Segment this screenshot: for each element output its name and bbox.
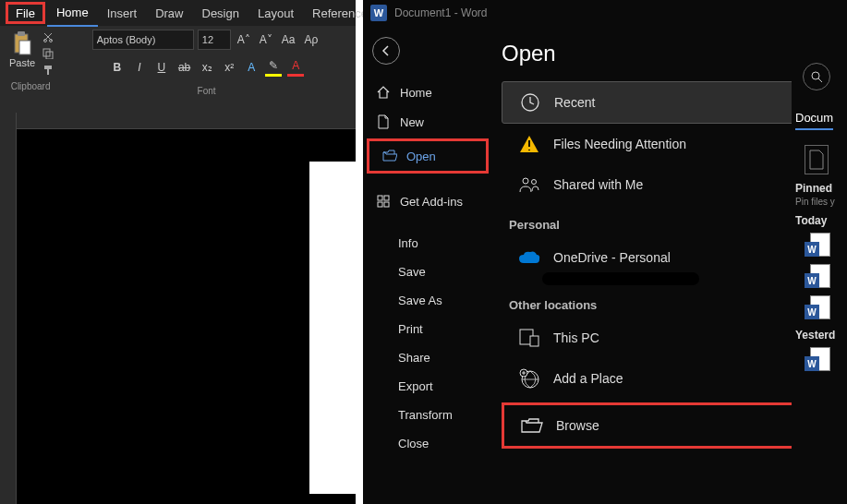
warning-icon [518,133,540,155]
pinned-header: Pinned [795,182,847,195]
nav-new[interactable]: New [363,107,492,137]
page-edge [309,162,356,494]
pinned-subtext: Pin files y [795,197,847,207]
recent-file-1[interactable]: W [805,233,830,258]
nav-saveas[interactable]: Save As [363,286,492,315]
nav-open[interactable]: Open [369,141,486,171]
svg-rect-2 [19,41,30,54]
onedrive-icon [518,246,540,269]
nav-share[interactable]: Share [363,343,492,372]
document-area [0,113,356,504]
strike-button[interactable]: ab [175,59,193,76]
browse-folder-icon [521,414,543,437]
nav-transform[interactable]: Transform [363,401,492,429]
ribbon-tabs: File Home Insert Draw Design Layout Refe… [0,0,356,26]
blank-doc-icon[interactable] [805,145,829,174]
font-size-select[interactable] [198,30,231,50]
word-app-icon: W [370,5,387,21]
font-group-label: Font [198,86,216,96]
horizontal-ruler[interactable] [17,113,356,129]
svg-rect-9 [384,196,389,200]
svg-point-3 [44,40,47,42]
recent-file-2[interactable]: W [805,264,830,290]
cut-button[interactable] [41,30,55,44]
paste-button[interactable]: Paste [6,30,39,78]
ribbon-toolbar: Paste Clipboard A˄ A˅ Aa Aρ B [0,26,356,113]
subscript-button[interactable]: x₂ [199,59,215,76]
document-title: Document1 - Word [394,6,487,19]
nav-export[interactable]: Export [363,372,492,401]
format-painter-button[interactable] [41,63,55,78]
superscript-button[interactable]: x² [221,59,237,76]
copy-button[interactable] [41,46,55,61]
file-tab-highlight: File [6,2,45,24]
svg-rect-8 [378,196,382,200]
svg-point-14 [532,180,537,185]
title-bar: W Document1 - Word [363,0,847,26]
nav-save[interactable]: Save [363,258,492,286]
grow-font-button[interactable]: A˄ [235,31,253,48]
backstage-view: W Document1 - Word Home New Open [363,0,847,504]
browse-highlight: Browse [502,402,838,449]
search-button[interactable] [803,63,830,90]
clipboard-group-label: Clipboard [11,81,51,91]
bold-button[interactable]: B [109,59,126,76]
svg-point-4 [50,40,53,42]
documents-tab[interactable]: Docum [795,107,833,130]
recent-file-3[interactable]: W [805,295,830,321]
tab-file[interactable]: File [8,3,42,24]
nav-print[interactable]: Print [363,315,492,343]
svg-point-19 [812,72,819,79]
clear-format-button[interactable]: Aρ [302,31,321,48]
document-canvas[interactable] [17,129,356,504]
recent-file-4[interactable]: W [805,347,830,373]
tab-layout[interactable]: Layout [248,1,303,26]
svg-rect-16 [530,336,538,346]
underline-button[interactable]: U [153,59,170,76]
word-main-window: File Home Insert Draw Design Layout Refe… [0,0,356,504]
font-family-select[interactable] [92,30,194,50]
svg-rect-7 [44,66,52,69]
yesterday-header: Yesterd [795,329,847,342]
svg-point-13 [523,178,528,184]
highlight-button[interactable]: ✎ [265,57,282,77]
clock-icon [519,91,541,114]
add-place-icon [518,367,540,390]
font-group: A˄ A˅ Aa Aρ B I U ab x₂ x² A ✎ A Font [63,30,350,96]
addins-icon [376,194,391,209]
nav-close[interactable]: Close [363,429,492,458]
new-doc-icon [376,114,391,129]
back-button[interactable] [372,37,400,65]
nav-home[interactable]: Home [363,78,492,107]
location-addplace[interactable]: Add a Place [502,358,838,399]
svg-rect-1 [18,31,25,36]
redacted-account [542,272,699,285]
backstage-nav: Home New Open Get Add-ins Info Save Save… [363,26,492,504]
change-case-button[interactable]: Aa [279,31,298,48]
tab-draw[interactable]: Draw [146,1,192,26]
pc-icon [518,327,540,349]
recent-files-column: Docum Pinned Pin files y Today W W W Yes… [792,26,847,504]
folder-open-icon [382,149,397,163]
today-header: Today [795,214,847,227]
location-browse[interactable]: Browse [504,405,835,446]
people-icon [518,174,540,196]
location-attention[interactable]: Files Needing Attention [502,124,838,164]
shrink-font-button[interactable]: A˅ [257,31,275,48]
tab-home[interactable]: Home [47,0,98,27]
tab-insert[interactable]: Insert [98,1,147,26]
italic-button[interactable]: I [131,59,148,76]
location-recent[interactable]: Recent [502,81,838,124]
location-thispc[interactable]: This PC [502,318,838,358]
nav-info[interactable]: Info [363,229,492,258]
open-nav-highlight: Open [367,138,489,174]
text-effects-button[interactable]: A [243,59,260,76]
location-shared[interactable]: Shared with Me [502,164,838,205]
font-color-button[interactable]: A [287,57,304,77]
clipboard-group: Paste Clipboard [6,30,55,91]
vertical-ruler[interactable] [0,113,17,504]
svg-rect-11 [384,202,389,207]
svg-rect-10 [378,202,382,207]
tab-design[interactable]: Design [193,1,248,26]
nav-addins[interactable]: Get Add-ins [363,186,492,216]
